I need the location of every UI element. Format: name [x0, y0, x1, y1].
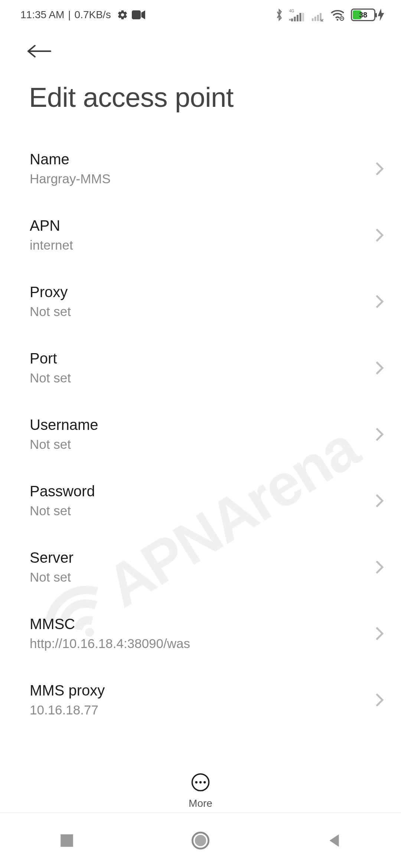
- battery-icon: 38: [351, 9, 375, 21]
- nav-home-button[interactable]: [167, 831, 234, 850]
- setting-row-mms-proxy[interactable]: MMS proxy 10.16.18.77: [0, 667, 401, 733]
- svg-point-10: [337, 19, 339, 21]
- setting-row-username[interactable]: Username Not set: [0, 401, 401, 467]
- setting-value: 10.16.18.77: [30, 703, 105, 717]
- setting-label: Name: [30, 151, 111, 168]
- setting-row-apn[interactable]: APN internet: [0, 202, 401, 268]
- setting-row-server[interactable]: Server Not set: [0, 534, 401, 600]
- battery-percent: 38: [352, 11, 374, 19]
- chevron-right-icon: [375, 361, 384, 375]
- svg-rect-1: [291, 19, 293, 22]
- circle-icon: [191, 831, 210, 850]
- svg-rect-2: [294, 17, 296, 22]
- setting-row-proxy[interactable]: Proxy Not set: [0, 268, 401, 335]
- svg-rect-6: [312, 19, 314, 21]
- status-bar: 11:35 AM | 0.7KB/s 4G: [0, 0, 401, 30]
- wifi-icon: [330, 9, 345, 21]
- setting-label: Username: [30, 417, 98, 433]
- setting-label: Password: [30, 483, 95, 500]
- svg-rect-0: [132, 10, 141, 19]
- chevron-right-icon: [375, 228, 384, 243]
- setting-value: internet: [30, 238, 73, 253]
- svg-point-11: [340, 17, 344, 20]
- setting-value: Not set: [30, 503, 95, 518]
- camera-icon: [132, 10, 145, 20]
- chevron-right-icon: [375, 294, 384, 309]
- page-title: Edit access point: [0, 74, 401, 121]
- svg-rect-7: [314, 17, 316, 21]
- square-icon: [59, 833, 75, 848]
- setting-label: MMSC: [30, 616, 190, 632]
- svg-rect-3: [297, 15, 299, 22]
- svg-rect-5: [302, 13, 304, 22]
- setting-label: APN: [30, 217, 73, 234]
- charging-icon: [378, 9, 384, 21]
- chevron-right-icon: [375, 427, 384, 442]
- chevron-right-icon: [375, 693, 384, 707]
- setting-row-password[interactable]: Password Not set: [0, 467, 401, 534]
- setting-value: Not set: [30, 437, 98, 452]
- nav-back-button[interactable]: [301, 833, 368, 848]
- setting-value: Not set: [30, 570, 74, 585]
- nav-recent-button[interactable]: [33, 833, 100, 848]
- setting-label: MMS proxy: [30, 682, 105, 699]
- setting-row-port[interactable]: Port Not set: [0, 335, 401, 401]
- more-label: More: [189, 798, 212, 809]
- svg-point-17: [203, 781, 206, 783]
- svg-rect-8: [317, 15, 319, 21]
- setting-row-mmsc[interactable]: MMSC http://10.16.18.4:38090/was: [0, 600, 401, 667]
- back-button[interactable]: [26, 42, 53, 62]
- svg-rect-4: [300, 13, 301, 22]
- arrow-left-icon: [26, 42, 53, 60]
- svg-rect-18: [61, 834, 73, 847]
- status-time: 11:35 AM: [20, 9, 64, 21]
- triangle-left-icon: [326, 833, 342, 848]
- status-separator: |: [68, 9, 71, 21]
- signal-4g-icon: 4G: [289, 8, 304, 22]
- bluetooth-icon: [275, 9, 283, 21]
- signal-label-4g: 4G: [289, 9, 294, 13]
- setting-label: Port: [30, 350, 71, 367]
- status-data-rate: 0.7KB/s: [75, 9, 111, 21]
- setting-value: Not set: [30, 304, 71, 319]
- setting-value: http://10.16.18.4:38090/was: [30, 636, 190, 651]
- svg-point-20: [195, 835, 206, 846]
- chevron-right-icon: [375, 560, 384, 575]
- setting-value: Not set: [30, 371, 71, 385]
- setting-label: Proxy: [30, 284, 71, 300]
- svg-point-16: [199, 781, 202, 783]
- navigation-bar: [0, 812, 401, 868]
- settings-list: APNArena Name Hargray-MMS APN internet P…: [0, 121, 401, 751]
- more-button[interactable]: More: [0, 762, 401, 809]
- chevron-right-icon: [375, 161, 384, 176]
- svg-point-15: [195, 781, 198, 783]
- signal-none-icon: [310, 8, 324, 22]
- gear-icon: [117, 9, 128, 20]
- setting-row-name[interactable]: Name Hargray-MMS: [0, 135, 401, 202]
- more-circle-icon: [190, 772, 211, 792]
- chevron-right-icon: [375, 493, 384, 508]
- setting-label: Server: [30, 549, 74, 566]
- setting-value: Hargray-MMS: [30, 171, 111, 186]
- chevron-right-icon: [375, 626, 384, 641]
